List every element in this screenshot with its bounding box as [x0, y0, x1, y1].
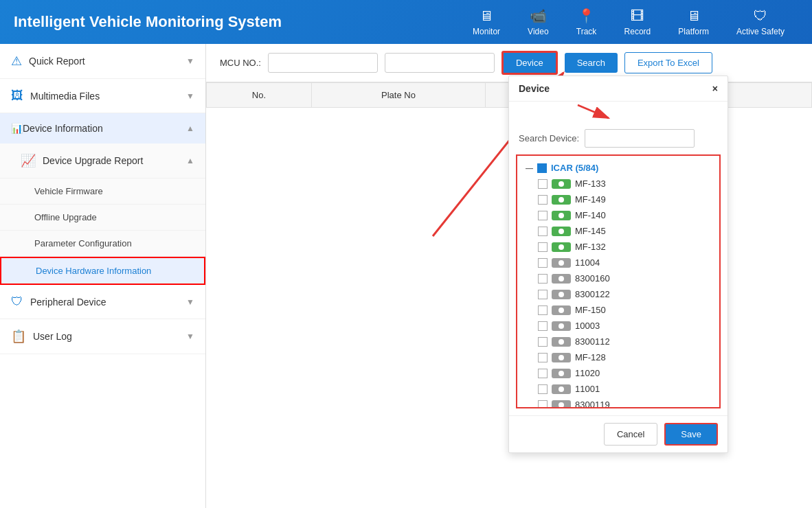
device-panel-footer: Cancel Save: [509, 415, 728, 452]
sidebar-item-vehicle-firmware[interactable]: Vehicle Firmware: [0, 178, 205, 205]
quick-report-icon: ⚠: [11, 54, 22, 69]
tree-device-item[interactable]: MF-133: [521, 176, 715, 192]
device-checkbox[interactable]: [538, 242, 548, 252]
device-checkbox[interactable]: [538, 400, 548, 409]
search-button[interactable]: Search: [565, 53, 618, 73]
header: Intelligent Vehicle Monitoring System 🖥 …: [0, 0, 812, 44]
nav-platform[interactable]: 🖥 Platform: [664, 2, 723, 42]
video-icon: 📹: [530, 8, 547, 24]
device-name: MF-133: [575, 178, 606, 189]
root-checkbox[interactable]: [537, 163, 547, 173]
sidebar-item-offline-upgrade[interactable]: Offline Upgrade: [0, 205, 205, 231]
mcu-input-2[interactable]: [385, 53, 495, 73]
tree-device-item[interactable]: MF-149: [521, 192, 715, 207]
tree-device-item[interactable]: 8300112: [521, 334, 715, 349]
device-tree-inner: — ICAR (5/84) MF-133 MF-149: [517, 156, 719, 408]
status-indicator: [552, 211, 571, 220]
tree-device-item[interactable]: MF-132: [521, 239, 715, 255]
device-checkbox[interactable]: [538, 353, 548, 362]
device-checkbox[interactable]: [538, 211, 548, 220]
device-checkbox[interactable]: [538, 321, 548, 331]
nav-track[interactable]: 📍 Track: [563, 2, 611, 42]
layout: ⚠ Quick Report ▼ 🖼 Multimedia Files ▼ 📊 …: [0, 44, 812, 508]
sidebar-item-parameter-configuration[interactable]: Parameter Configuration: [0, 231, 205, 257]
device-name: MF-128: [575, 352, 606, 362]
record-icon: 🎞: [631, 8, 644, 24]
nav-video[interactable]: 📹 Video: [514, 2, 562, 42]
cancel-button[interactable]: Cancel: [604, 423, 657, 446]
main-content: MCU NO.: Device Search Export To Excel N…: [206, 44, 812, 508]
tree-device-item[interactable]: 8300160: [521, 270, 715, 286]
export-button[interactable]: Export To Excel: [624, 52, 712, 73]
status-indicator: [552, 369, 571, 378]
expand-icon: —: [526, 164, 533, 172]
device-checkbox[interactable]: [538, 290, 548, 299]
status-indicator: [552, 321, 571, 331]
device-button[interactable]: Device: [501, 51, 558, 75]
search-device-label: Search Device:: [519, 133, 579, 143]
device-checkbox[interactable]: [538, 258, 548, 268]
tree-device-item[interactable]: MF-128: [521, 349, 715, 365]
device-checkbox[interactable]: [538, 274, 548, 284]
sidebar-item-device-upgrade-report[interactable]: 📈 Device Upgrade Report ▲: [0, 143, 205, 178]
sidebar-item-quick-report[interactable]: ⚠ Quick Report ▼: [0, 44, 205, 79]
device-search-input[interactable]: [585, 129, 695, 148]
device-name: MF-140: [575, 210, 606, 220]
chevron-down-icon: ▼: [186, 56, 194, 66]
device-info-icon: 📊: [11, 123, 23, 134]
status-indicator: [552, 179, 571, 189]
tree-device-item[interactable]: 11020: [521, 365, 715, 381]
nav-monitor[interactable]: 🖥 Monitor: [459, 2, 514, 42]
tree-device-item[interactable]: MF-145: [521, 223, 715, 239]
device-checkbox[interactable]: [538, 227, 548, 236]
device-checkbox[interactable]: [538, 195, 548, 205]
monitor-icon: 🖥: [480, 8, 493, 24]
track-icon: 📍: [578, 8, 595, 24]
device-panel: Device × Search Device:: [508, 76, 728, 453]
device-search-row: Search Device:: [509, 122, 728, 154]
device-checkbox[interactable]: [538, 384, 548, 394]
nav-active-safety[interactable]: 🛡 Active Safety: [723, 2, 798, 42]
tree-device-item[interactable]: MF-150: [521, 302, 715, 318]
device-name: 11001: [575, 384, 600, 394]
device-name: 11020: [575, 368, 600, 378]
sidebar-item-multimedia[interactable]: 🖼 Multimedia Files ▼: [0, 79, 205, 113]
device-name: MF-149: [575, 194, 606, 205]
tree-device-item[interactable]: 11001: [521, 381, 715, 397]
device-name: 8300119: [575, 400, 610, 408]
close-button[interactable]: ×: [712, 83, 718, 94]
panel-arrow-svg: [509, 102, 728, 122]
col-no: No.: [207, 83, 312, 108]
save-button[interactable]: Save: [664, 423, 718, 446]
device-name: 8300122: [575, 289, 610, 299]
col-plate: Plate No: [311, 83, 485, 108]
status-indicator: [552, 353, 571, 362]
chevron-down-icon: ▼: [186, 297, 194, 307]
device-panel-title: Device: [519, 83, 550, 94]
tree-root-item[interactable]: — ICAR (5/84): [521, 160, 715, 176]
status-indicator: [552, 305, 571, 315]
mcu-input-1[interactable]: [268, 53, 378, 73]
status-indicator: [552, 337, 571, 347]
sidebar-item-device-hardware-information[interactable]: Device Hardware Information: [0, 257, 205, 285]
device-name: 8300160: [575, 273, 610, 284]
device-checkbox[interactable]: [538, 179, 548, 189]
device-name: 11004: [575, 257, 600, 268]
device-checkbox[interactable]: [538, 305, 548, 315]
tree-device-item[interactable]: MF-140: [521, 207, 715, 223]
tree-device-item[interactable]: 10003: [521, 318, 715, 334]
tree-device-item[interactable]: 8300119: [521, 397, 715, 408]
device-panel-header: Device ×: [509, 76, 728, 102]
device-name: MF-145: [575, 226, 606, 236]
device-checkbox[interactable]: [538, 337, 548, 347]
tree-device-item[interactable]: 11004: [521, 255, 715, 270]
sidebar-item-peripheral-device[interactable]: 🛡 Peripheral Device ▼: [0, 285, 205, 319]
tree-device-item[interactable]: 8300122: [521, 286, 715, 302]
status-indicator: [552, 195, 571, 205]
device-checkbox[interactable]: [538, 369, 548, 378]
nav-record[interactable]: 🎞 Record: [611, 2, 665, 42]
chevron-down-icon: ▼: [186, 91, 194, 101]
panel-arrow-area: [509, 102, 728, 122]
sidebar-item-device-information[interactable]: 📊 Device Information ▲: [0, 113, 205, 143]
sidebar-item-user-log[interactable]: 📋 User Log ▼: [0, 319, 205, 354]
